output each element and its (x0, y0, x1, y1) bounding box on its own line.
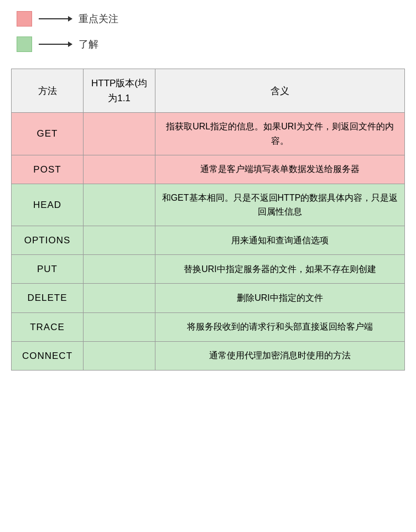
version-cell-get (84, 113, 155, 155)
header-version: HTTP版本(均为1.1 (84, 69, 155, 113)
meaning-cell-get: 指获取URL指定的信息。如果URI为文件，则返回文件的内容。 (155, 113, 405, 155)
meaning-cell-trace: 将服务段收到的请求行和头部直接返回给客户端 (155, 312, 405, 341)
method-cell-options: OPTIONS (12, 226, 84, 254)
table-row: CONNECT通常使用代理加密消息时使用的方法 (12, 341, 405, 370)
table-header-row: 方法 HTTP版本(均为1.1 含义 (12, 69, 405, 113)
meaning-cell-delete: 删除URI中指定的文件 (155, 284, 405, 312)
meaning-cell-head: 和GET基本相同。只是不返回HTTP的数据具体内容，只是返回属性信息 (155, 184, 405, 226)
method-cell-delete: DELETE (12, 284, 84, 312)
version-cell-options (84, 226, 155, 254)
meaning-cell-put: 替换URI中指定服务器的文件，如果不存在则创建 (155, 255, 405, 284)
table-row: POST通常是客户端填写表单数据发送给服务器 (12, 155, 405, 184)
header-method: 方法 (12, 69, 84, 113)
table-row: TRACE将服务段收到的请求行和头部直接返回给客户端 (12, 312, 405, 341)
version-cell-connect (84, 341, 155, 370)
meaning-cell-connect: 通常使用代理加密消息时使用的方法 (155, 341, 405, 370)
legend-container: 重点关注 了解 (11, 11, 405, 52)
legend-item-green: 了解 (17, 36, 405, 52)
version-cell-post (84, 155, 155, 184)
table-row: HEAD和GET基本相同。只是不返回HTTP的数据具体内容，只是返回属性信息 (12, 184, 405, 226)
version-cell-trace (84, 312, 155, 341)
method-cell-connect: CONNECT (12, 341, 84, 370)
method-cell-post: POST (12, 155, 84, 184)
version-cell-delete (84, 284, 155, 312)
table-row: PUT替换URI中指定服务器的文件，如果不存在则创建 (12, 255, 405, 284)
table-row: GET指获取URL指定的信息。如果URI为文件，则返回文件的内容。 (12, 113, 405, 155)
meaning-cell-options: 用来通知和查询通信选项 (155, 226, 405, 254)
method-cell-put: PUT (12, 255, 84, 284)
legend-label-green: 了解 (79, 38, 98, 51)
method-cell-trace: TRACE (12, 312, 84, 341)
version-cell-head (84, 184, 155, 226)
table-row: OPTIONS用来通知和查询通信选项 (12, 226, 405, 254)
method-cell-head: HEAD (12, 184, 84, 226)
arrow-line-red (39, 18, 72, 19)
legend-box-red (17, 11, 32, 27)
meaning-cell-post: 通常是客户端填写表单数据发送给服务器 (155, 155, 405, 184)
table-row: DELETE删除URI中指定的文件 (12, 284, 405, 312)
legend-item-red: 重点关注 (17, 11, 405, 27)
legend-arrow-green (39, 44, 72, 45)
legend-arrow-red (39, 18, 72, 19)
http-methods-table: 方法 HTTP版本(均为1.1 含义 GET指获取URL指定的信息。如果URI为… (11, 69, 405, 371)
version-cell-put (84, 255, 155, 284)
legend-box-green (17, 36, 32, 52)
header-meaning: 含义 (155, 69, 405, 113)
method-cell-get: GET (12, 113, 84, 155)
legend-label-red: 重点关注 (79, 12, 118, 25)
arrow-line-green (39, 44, 72, 45)
